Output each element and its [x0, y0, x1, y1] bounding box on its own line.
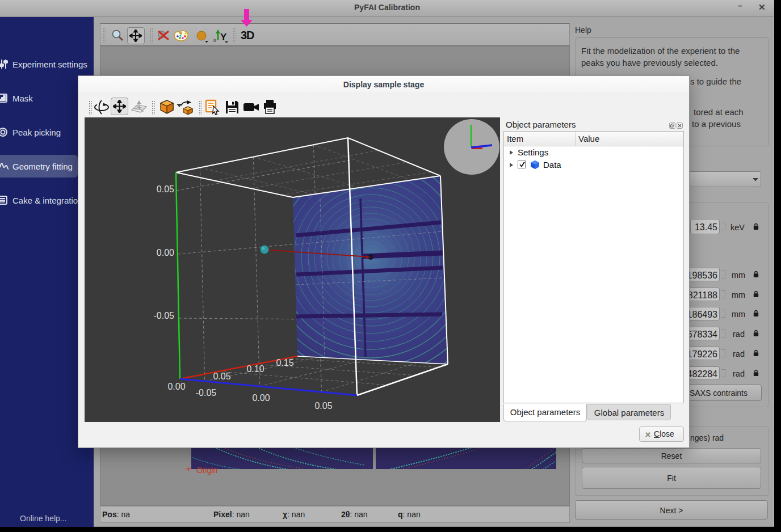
svg-text:0.05: 0.05 — [314, 401, 332, 411]
svg-text:-0.05: -0.05 — [154, 311, 175, 320]
svg-text:0.15: 0.15 — [276, 358, 293, 368]
svg-text:0.05: 0.05 — [213, 371, 230, 381]
svg-text:0: 0 — [213, 38, 216, 43]
svg-text:-0.05: -0.05 — [196, 388, 217, 398]
svg-text:Y: Y — [220, 32, 227, 43]
svg-text:0.10: 0.10 — [246, 364, 264, 374]
svg-text:0.05: 0.05 — [157, 184, 174, 194]
svg-text:0.00: 0.00 — [167, 382, 185, 391]
svg-text:0.00: 0.00 — [252, 393, 270, 403]
svg-text:0.00: 0.00 — [157, 248, 174, 257]
